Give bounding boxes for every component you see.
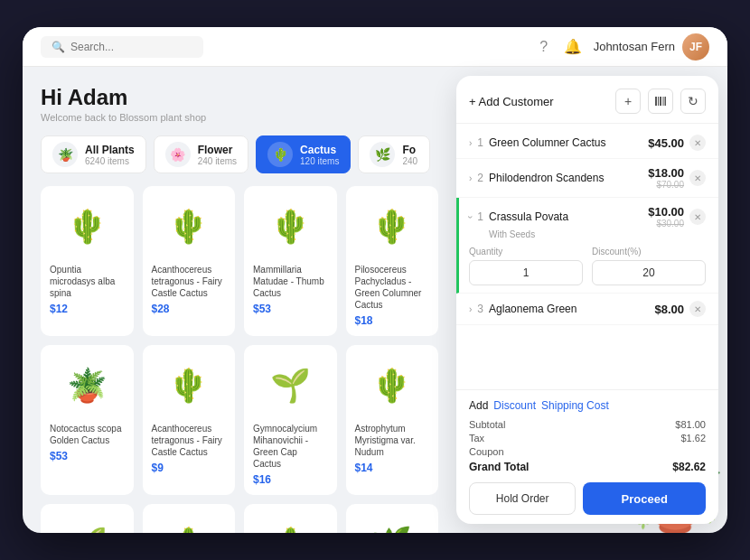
- item-old-price: $30.00: [656, 219, 684, 229]
- product-name: Gymnocalycium Mihanovichii -Green Cap Ca…: [253, 423, 328, 470]
- cart-item-right: $8.00 ✕: [654, 301, 706, 317]
- item-number: 3: [477, 303, 483, 315]
- list-item[interactable]: 🌵 Euphorbia lactea: [244, 504, 337, 533]
- remove-item-button[interactable]: ✕: [689, 170, 706, 186]
- remove-item-button[interactable]: ✕: [689, 135, 706, 151]
- cactus-count: 120 items: [300, 156, 339, 166]
- tab-fo[interactable]: 🌿 Fo 240: [358, 135, 430, 173]
- left-panel: Hi Adam Welcome back to Blossom plant sh…: [23, 67, 456, 533]
- proceed-button[interactable]: Proceed: [583, 482, 706, 515]
- cart-header-icons: + ↻: [615, 89, 706, 114]
- tab-all-plants[interactable]: 🪴 All Plants 6240 items: [41, 135, 146, 173]
- flower-label: Flower: [198, 144, 237, 156]
- list-item[interactable]: 🌵 Thelocactus: [143, 504, 236, 533]
- subtotal-row: Subtotal $81.00: [469, 419, 706, 430]
- cart-item-header[interactable]: › 2 Philodendron Scandens $18.00 $70.00 …: [469, 166, 706, 190]
- list-item[interactable]: 🌵 Acanthocereus tetragonus - Fairy Castl…: [143, 186, 236, 336]
- add-item-button[interactable]: +: [615, 89, 641, 114]
- product-image: 🌱: [50, 513, 125, 533]
- cactus-label: Cactus: [300, 144, 339, 156]
- tab-cactus[interactable]: 🌵 Cactus 120 items: [256, 135, 351, 173]
- item-price: $45.00: [648, 136, 684, 150]
- discount-label: Discount(%): [592, 247, 706, 257]
- add-customer-button[interactable]: + Add Customer: [469, 95, 554, 108]
- chevron-icon: ›: [465, 215, 475, 218]
- cart-item-header[interactable]: › 1 Crassula Povata $10.00 $30.00 ✕: [469, 205, 706, 229]
- product-price: $53: [50, 450, 125, 462]
- remove-item-button[interactable]: ✕: [689, 209, 706, 225]
- quantity-input[interactable]: [469, 260, 583, 285]
- product-image: 🌵: [355, 195, 430, 258]
- user-name: Johntosan Fern: [594, 40, 675, 53]
- tax-value: $1.62: [680, 433, 706, 443]
- search-box[interactable]: 🔍: [41, 36, 203, 58]
- cart-item-header[interactable]: › 3 Aglaonema Green $8.00 ✕: [469, 301, 706, 317]
- category-tabs: 🪴 All Plants 6240 items 🌸 Flower 240 ite…: [41, 135, 438, 173]
- user-info[interactable]: Johntosan Fern JF: [594, 33, 709, 61]
- cart-item-right: $10.00 $30.00 ✕: [648, 205, 706, 229]
- discount-input[interactable]: [592, 260, 706, 285]
- main-layout: Hi Adam Welcome back to Blossom plant sh…: [23, 67, 727, 533]
- cart-header: + Add Customer + ↻: [456, 76, 718, 124]
- greeting-title: Hi Adam: [41, 85, 438, 110]
- action-buttons: Hold Order Proceed: [469, 482, 706, 515]
- quantity-label: Quantity: [469, 247, 583, 257]
- shipping-link[interactable]: Shipping Cost: [541, 399, 609, 412]
- product-image: 🌵: [253, 513, 328, 533]
- product-price: $16: [253, 473, 328, 486]
- all-plants-count: 6240 items: [85, 156, 135, 166]
- help-icon[interactable]: ?: [536, 39, 552, 55]
- list-item[interactable]: 🌱 f xicoi: [41, 504, 134, 533]
- svg-rect-1: [658, 97, 659, 106]
- item-number: 1: [477, 210, 483, 223]
- cart-item-header[interactable]: › 1 Green Columner Cactus $45.00 ✕: [469, 135, 706, 151]
- chevron-icon: ›: [469, 138, 472, 148]
- avatar: JF: [682, 33, 709, 61]
- fo-label: Fo: [402, 144, 417, 156]
- product-image: 🌿: [355, 513, 430, 533]
- item-old-price: $70.00: [656, 180, 684, 190]
- greeting-subtitle: Welcome back to Blossom plant shop: [41, 112, 438, 123]
- product-image: 🌵: [355, 354, 430, 417]
- tax-row: Tax $1.62: [469, 433, 706, 443]
- cart-items-list: › 1 Green Columner Cactus $45.00 ✕: [456, 124, 718, 389]
- flower-count: 240 items: [198, 156, 237, 166]
- search-input[interactable]: [70, 41, 188, 53]
- cart-item-right: $18.00 $70.00 ✕: [648, 166, 706, 190]
- product-image: 🪴: [50, 354, 125, 417]
- list-item[interactable]: 🌵 Pilosocereus Pachycladus - Green Colum…: [346, 186, 439, 336]
- search-icon: 🔍: [52, 41, 65, 53]
- item-prices: $45.00: [648, 136, 684, 150]
- quantity-group: Quantity: [469, 247, 583, 285]
- list-item[interactable]: 🌵 Opuntia microdasys alba spina $12: [41, 186, 134, 336]
- product-price: $9: [152, 462, 227, 474]
- list-item[interactable]: 🌵 Astrophytum Myristigma var. Nudum $14: [346, 345, 439, 495]
- item-price: $10.00: [648, 205, 684, 219]
- list-item[interactable]: 🌵 Mammillaria Matudae - Thumb Cactus $53: [244, 186, 337, 336]
- item-number: 2: [477, 172, 483, 184]
- hold-order-button[interactable]: Hold Order: [469, 482, 576, 515]
- grand-total-row: Grand Total $82.62: [469, 461, 706, 473]
- product-image: 🌵: [152, 354, 227, 417]
- remove-item-button[interactable]: ✕: [689, 301, 706, 317]
- barcode-button[interactable]: [648, 89, 673, 114]
- product-grid: 🌵 Opuntia microdasys alba spina $12 🌵 Ac…: [41, 186, 438, 533]
- subtotal-value: $81.00: [675, 419, 706, 430]
- refresh-button[interactable]: ↻: [680, 89, 706, 114]
- table-row: › 2 Philodendron Scandens $18.00 $70.00 …: [456, 159, 718, 198]
- bell-icon[interactable]: 🔔: [565, 39, 581, 55]
- discount-link[interactable]: Discount: [493, 399, 536, 412]
- list-item[interactable]: 🌿 Opuntia monacanth: [346, 504, 439, 533]
- list-item[interactable]: 🌱 Gymnocalycium Mihanovichii -Green Cap …: [244, 345, 337, 495]
- list-item[interactable]: 🪴 Notocactus scopa Golden Cactus $53: [41, 345, 134, 495]
- table-row: › 1 Crassula Povata $10.00 $30.00 ✕: [456, 198, 718, 294]
- item-name: Green Columner Cactus: [489, 136, 605, 149]
- product-price: $18: [355, 314, 430, 327]
- chevron-icon: ›: [469, 304, 472, 314]
- item-expanded-fields: Quantity Discount(%): [469, 247, 706, 285]
- list-item[interactable]: 🌵 Acanthocereus tetragonus - Fairy Castl…: [143, 345, 236, 495]
- cart-item-left: › 1 Crassula Povata: [469, 210, 568, 223]
- all-plants-icon: 🪴: [52, 142, 78, 167]
- item-name: Aglaonema Green: [489, 303, 577, 315]
- tab-flower[interactable]: 🌸 Flower 240 items: [154, 135, 248, 173]
